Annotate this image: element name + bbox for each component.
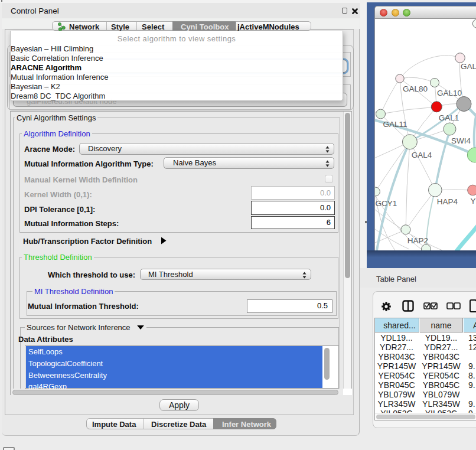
svg-text:GCY1: GCY1 bbox=[376, 199, 397, 208]
svg-text:GAL10: GAL10 bbox=[437, 89, 462, 97]
svg-text:YM: YM bbox=[471, 197, 476, 206]
svg-text:GAL1: GAL1 bbox=[439, 113, 459, 122]
svg-text:HAP2: HAP2 bbox=[407, 236, 428, 245]
svg-text:GAL80: GAL80 bbox=[403, 84, 428, 93]
svg-text:GAL11: GAL11 bbox=[383, 120, 407, 129]
svg-text:GAL4: GAL4 bbox=[412, 151, 432, 159]
svg-text:SWI4: SWI4 bbox=[451, 136, 471, 145]
svg-text:HAP4: HAP4 bbox=[437, 197, 458, 206]
svg-text:GAL7: GAL7 bbox=[461, 62, 476, 71]
